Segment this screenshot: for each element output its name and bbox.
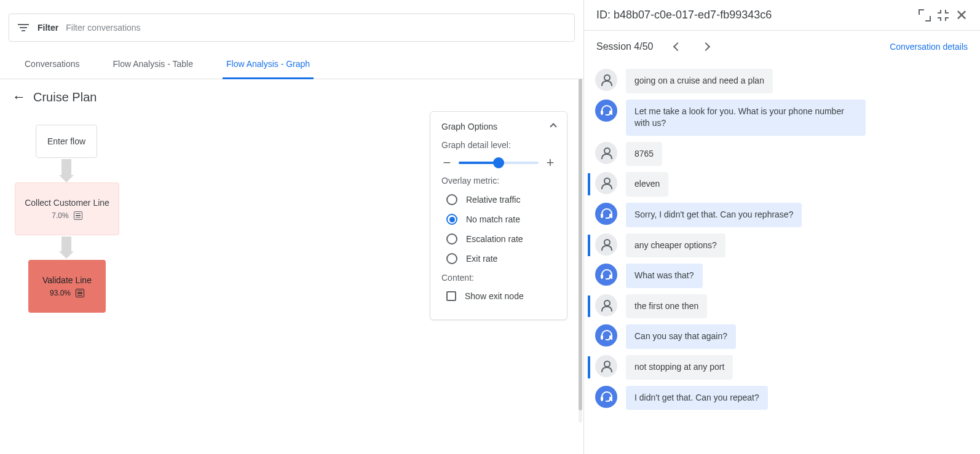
message-row: any cheaper options? (588, 233, 968, 258)
back-arrow-icon[interactable]: ← (12, 89, 26, 105)
detail-slider-row: − + (441, 156, 556, 170)
message-row: Let me take a look for you. What is your… (588, 100, 968, 136)
graph-canvas: Enter flow Collect Customer Line 7.0% Va… (0, 111, 583, 454)
radio-label: Exit rate (466, 254, 497, 264)
tabs: Conversations Flow Analysis - Table Flow… (0, 50, 583, 79)
next-session-button[interactable] (692, 39, 720, 54)
decrease-detail-button[interactable]: − (441, 156, 452, 170)
message-bubble: 8765 (626, 142, 662, 166)
radio-relative-traffic[interactable]: Relative traffic (446, 194, 556, 205)
graph-options-title: Graph Options (441, 122, 497, 131)
radio-label: No match rate (466, 214, 520, 224)
increase-detail-button[interactable]: + (545, 156, 556, 170)
message-bubble: the first one then (626, 294, 707, 319)
radio-escalation-rate[interactable]: Escalation rate (446, 233, 556, 245)
user-avatar-icon (595, 69, 617, 91)
user-avatar-icon (595, 355, 617, 377)
message-row: eleven (588, 172, 968, 197)
agent-avatar-icon (595, 324, 617, 346)
radio-icon (446, 233, 457, 245)
node-label: Collect Customer Line (25, 198, 109, 208)
graph-header: ← Cruise Plan (0, 79, 583, 111)
list-icon (76, 289, 84, 297)
session-bar: Session 4/50 Conversation details (584, 31, 980, 63)
graph-options-header[interactable]: Graph Options (441, 122, 556, 131)
message-bubble: Can you say that again? (626, 324, 736, 349)
messages-list: going on a cruise and need a planLet me … (584, 63, 980, 454)
node-label: Enter flow (47, 136, 85, 146)
node-meta: 93.0% (50, 289, 84, 297)
checkbox-show-exit-node[interactable]: Show exit node (446, 291, 556, 301)
exit-fullscreen-icon[interactable] (937, 9, 949, 22)
flow-arrow-icon (61, 159, 71, 176)
conversation-id: ID: b48b07-c0e-017-ed7-fb99343c6 (596, 9, 912, 22)
agent-avatar-icon (595, 386, 617, 408)
radio-icon (446, 214, 457, 225)
flow-arrow-icon (61, 237, 71, 252)
scrollbar[interactable] (579, 79, 582, 423)
filter-icon (18, 24, 30, 31)
message-bubble: any cheaper options? (626, 233, 725, 258)
session-label: Session 4/50 (596, 41, 654, 52)
filter-label: Filter (38, 23, 58, 33)
user-avatar-icon (595, 233, 617, 256)
message-bubble: What was that? (626, 264, 703, 288)
node-validate-line[interactable]: Validate Line 93.0% (28, 260, 106, 313)
radio-label: Relative traffic (466, 195, 520, 205)
radio-icon (446, 194, 457, 205)
user-avatar-icon (595, 142, 617, 164)
message-row: the first one then (588, 294, 968, 319)
radio-icon (446, 253, 457, 264)
detail-level-label: Graph detail level: (441, 140, 556, 150)
tab-flow-graph[interactable]: Flow Analysis - Graph (223, 50, 314, 79)
close-icon[interactable]: ✕ (955, 9, 968, 22)
message-row: What was that? (588, 264, 968, 288)
message-row: I didn't get that. Can you repeat? (588, 386, 968, 410)
message-bubble: Sorry, I didn't get that. Can you rephra… (626, 203, 802, 227)
content-label: Content: (441, 273, 556, 283)
message-row: Can you say that again? (588, 324, 968, 349)
filter-placeholder: Filter conversations (66, 23, 140, 33)
tab-flow-table[interactable]: Flow Analysis - Table (109, 50, 197, 79)
agent-avatar-icon (595, 203, 617, 225)
node-metric: 93.0% (50, 289, 71, 297)
fullscreen-icon[interactable] (919, 9, 931, 22)
message-bubble: Let me take a look for you. What is your… (626, 100, 866, 136)
message-bubble: I didn't get that. Can you repeat? (626, 386, 768, 410)
chevron-up-icon (550, 123, 556, 130)
conversation-details-link[interactable]: Conversation details (890, 42, 968, 52)
graph-title: Cruise Plan (33, 90, 97, 104)
tab-conversations[interactable]: Conversations (21, 50, 84, 79)
message-row: not stopping at any port (588, 355, 968, 380)
user-avatar-icon (595, 294, 617, 316)
message-row: going on a cruise and need a plan (588, 69, 968, 93)
detail-slider[interactable] (459, 162, 539, 164)
node-enter-flow[interactable]: Enter flow (36, 125, 97, 158)
graph-options-panel: Graph Options Graph detail level: − + Ov… (430, 111, 567, 320)
node-collect-customer-line[interactable]: Collect Customer Line 7.0% (15, 182, 119, 235)
list-icon (74, 211, 82, 220)
message-row: 8765 (588, 142, 968, 166)
agent-avatar-icon (595, 264, 617, 286)
node-metric: 7.0% (52, 211, 68, 220)
radio-label: Escalation rate (466, 234, 523, 244)
detail-header: ID: b48b07-c0e-017-ed7-fb99343c6 ✕ (584, 0, 980, 31)
message-bubble: not stopping at any port (626, 355, 733, 380)
prev-session-button[interactable] (663, 39, 692, 54)
checkbox-icon (446, 291, 456, 301)
user-avatar-icon (595, 172, 617, 194)
node-meta: 7.0% (52, 211, 82, 220)
radio-no-match-rate[interactable]: No match rate (446, 214, 556, 225)
radio-exit-rate[interactable]: Exit rate (446, 253, 556, 264)
overlay-metric-label: Overlay metric: (441, 176, 556, 186)
message-bubble: eleven (626, 172, 668, 197)
message-bubble: going on a cruise and need a plan (626, 69, 773, 93)
message-row: Sorry, I didn't get that. Can you rephra… (588, 203, 968, 227)
filter-bar[interactable]: Filter Filter conversations (9, 14, 575, 42)
checkbox-label: Show exit node (465, 291, 524, 301)
node-label: Validate Line (42, 275, 92, 285)
agent-avatar-icon (595, 100, 617, 122)
